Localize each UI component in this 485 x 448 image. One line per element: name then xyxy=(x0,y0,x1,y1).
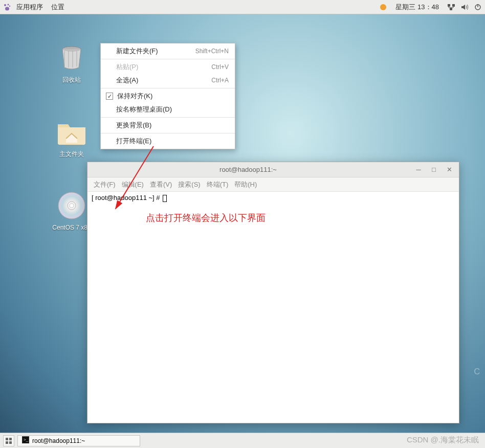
terminal-window: root@hadoop111:~ ─ □ ✕ 文件(F) 编辑(E) 查看(V)… xyxy=(87,162,459,423)
menu-terminal[interactable]: 终端(T) xyxy=(205,180,231,189)
volume-icon[interactable] xyxy=(460,3,469,11)
taskbar-terminal-label: root@hadoop111:~ xyxy=(32,437,85,444)
terminal-icon: >_ xyxy=(22,436,29,445)
menu-paste-shortcut: Ctrl+V xyxy=(211,63,229,71)
terminal-titlebar[interactable]: root@hadoop111:~ ─ □ ✕ xyxy=(87,162,459,177)
svg-point-3 xyxy=(5,7,9,10)
menu-paste-label: 粘贴(P) xyxy=(105,62,208,72)
desktop-context-menu: 新建文件夹(F) Shift+Ctrl+N 粘贴(P) Ctrl+V 全选(A)… xyxy=(100,43,235,149)
menu-file[interactable]: 文件(F) xyxy=(92,180,118,189)
menu-change-background[interactable]: 更换背景(B) xyxy=(101,119,235,132)
svg-point-4 xyxy=(380,4,386,10)
svg-point-2 xyxy=(9,5,10,6)
checkbox-checked-icon xyxy=(106,93,113,100)
menu-new-folder-shortcut: Shift+Ctrl+N xyxy=(195,48,229,55)
svg-point-1 xyxy=(8,4,9,5)
menu-separator xyxy=(101,88,235,88)
close-button[interactable]: ✕ xyxy=(446,166,453,173)
svg-rect-16 xyxy=(6,438,8,440)
svg-point-11 xyxy=(62,47,81,52)
menu-separator xyxy=(101,59,235,59)
gnome-foot-icon xyxy=(3,3,11,11)
cd-icon xyxy=(55,189,88,222)
show-desktop-button[interactable] xyxy=(3,435,14,446)
svg-rect-17 xyxy=(9,438,12,440)
menu-new-folder-label: 新建文件夹(F) xyxy=(105,47,192,56)
svg-text:>_: >_ xyxy=(24,437,29,442)
trash-icon xyxy=(55,41,88,74)
menu-change-bg-label: 更换背景(B) xyxy=(105,121,229,130)
terminal-prompt: [ root@hadoop111 ~] # xyxy=(92,194,162,201)
svg-rect-6 xyxy=(452,4,455,7)
terminal-menubar: 文件(F) 编辑(E) 查看(V) 搜索(S) 终端(T) 帮助(H) xyxy=(87,177,459,192)
clock[interactable]: 星期三 13：48 xyxy=(392,3,442,12)
bottom-panel: >_ root@hadoop111:~ xyxy=(0,433,485,448)
taskbar-terminal[interactable]: >_ root@hadoop111:~ xyxy=(17,435,140,446)
menu-paste: 粘贴(P) Ctrl+V xyxy=(101,60,235,74)
menu-organize-by-name[interactable]: 按名称整理桌面(D) xyxy=(101,103,235,116)
menu-keep-aligned[interactable]: 保持对齐(K) xyxy=(101,89,235,103)
menu-open-terminal-label: 打开终端(E) xyxy=(105,137,229,146)
minimize-button[interactable]: ─ xyxy=(415,166,422,173)
power-icon[interactable] xyxy=(474,3,482,11)
terminal-cursor xyxy=(163,195,167,202)
menu-search[interactable]: 搜索(S) xyxy=(176,180,202,189)
menu-separator xyxy=(101,133,235,133)
menu-keep-aligned-label: 保持对齐(K) xyxy=(116,92,229,101)
network-icon[interactable] xyxy=(447,3,455,11)
home-folder-desktop-icon[interactable]: 主文件夹 xyxy=(43,115,100,159)
menu-separator xyxy=(101,117,235,118)
menu-select-all-shortcut: Ctrl+A xyxy=(211,77,229,84)
menu-edit[interactable]: 编辑(E) xyxy=(120,180,146,189)
menu-open-terminal[interactable]: 打开终端(E) xyxy=(101,135,235,148)
svg-point-0 xyxy=(4,4,6,6)
svg-rect-5 xyxy=(448,4,450,7)
menu-select-all-label: 全选(A) xyxy=(105,76,208,85)
terminal-title: root@hadoop111:~ xyxy=(87,166,409,173)
menu-help[interactable]: 帮助(H) xyxy=(232,180,259,189)
menu-view[interactable]: 查看(V) xyxy=(148,180,174,189)
applications-menu[interactable]: 应用程序 xyxy=(13,3,46,12)
menu-new-folder[interactable]: 新建文件夹(F) Shift+Ctrl+N xyxy=(101,44,235,58)
maximize-button[interactable]: □ xyxy=(430,166,437,173)
terminal-body[interactable]: [ root@hadoop111 ~] # xyxy=(87,192,459,423)
svg-rect-19 xyxy=(9,441,12,444)
weather-icon[interactable] xyxy=(379,3,387,11)
folder-home-icon xyxy=(55,115,88,148)
top-panel: 应用程序 位置 星期三 13：48 xyxy=(0,0,485,14)
home-label: 主文件夹 xyxy=(43,150,100,159)
input-lang-indicator: C xyxy=(474,367,480,376)
menu-select-all[interactable]: 全选(A) Ctrl+A xyxy=(101,74,235,87)
svg-rect-18 xyxy=(6,441,8,444)
trash-desktop-icon[interactable]: 回收站 xyxy=(43,41,100,84)
svg-point-14 xyxy=(70,204,74,208)
trash-label: 回收站 xyxy=(43,76,100,84)
places-menu[interactable]: 位置 xyxy=(48,3,68,12)
menu-organize-label: 按名称整理桌面(D) xyxy=(105,105,229,114)
